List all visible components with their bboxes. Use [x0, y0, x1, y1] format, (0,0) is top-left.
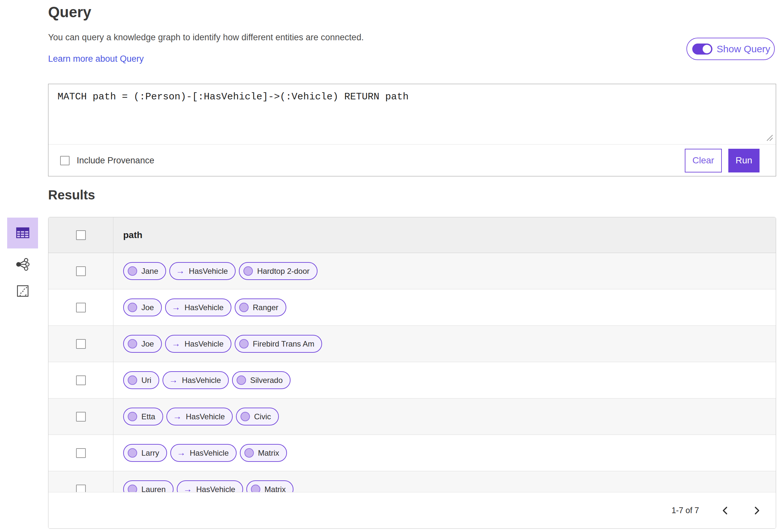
row-checkbox[interactable]	[76, 412, 86, 422]
entity-pill[interactable]: Larry	[123, 444, 167, 462]
table-view-icon	[15, 225, 30, 241]
link-chart-view-icon	[15, 257, 30, 272]
path-column-header-cell: path	[113, 217, 776, 253]
relationship-arrow-icon: →	[169, 376, 178, 384]
target-entity-pill[interactable]: Civic	[236, 408, 279, 425]
chevron-left-icon	[721, 506, 730, 516]
relationship-pill[interactable]: → HasVehicle	[177, 480, 243, 492]
entity-pill[interactable]: Uri	[123, 371, 159, 389]
relationship-label: HasVehicle	[185, 339, 224, 349]
row-checkbox-cell	[48, 435, 113, 471]
target-entity-pill[interactable]: Matrix	[240, 444, 287, 462]
entity-label: Joe	[141, 339, 154, 349]
target-entity-label: Silverado	[250, 376, 283, 385]
target-entity-pill[interactable]: Hardtop 2-door	[239, 262, 317, 280]
path-cell: Joe → HasVehicle Firebird Trans Am	[113, 326, 776, 362]
select-all-checkbox[interactable]	[76, 230, 86, 240]
path-cell: Uri → HasVehicle Silverado	[113, 362, 776, 398]
pagination-bar: 1-7 of 7	[48, 492, 776, 528]
link-chart-view-button[interactable]	[7, 254, 38, 275]
relationship-pill[interactable]: → HasVehicle	[166, 408, 233, 425]
table-row: Jane → HasVehicle Hardtop 2-door	[48, 253, 776, 289]
row-checkbox[interactable]	[76, 266, 86, 276]
entity-node-icon	[128, 339, 137, 349]
entity-pill[interactable]: Lauren	[123, 480, 174, 492]
toggle-knob	[703, 45, 711, 53]
row-checkbox-cell	[48, 326, 113, 362]
row-checkbox-cell	[48, 253, 113, 289]
relationship-arrow-icon: →	[183, 485, 192, 492]
learn-more-link[interactable]: Learn more about Query	[48, 54, 144, 64]
path-cell: Lauren → HasVehicle Matrix	[113, 471, 776, 492]
path-cell: Larry → HasVehicle Matrix	[113, 435, 776, 471]
row-checkbox[interactable]	[76, 303, 86, 312]
entity-label: Larry	[141, 448, 159, 458]
query-footer: Include Provenance Clear Run	[48, 145, 776, 176]
include-provenance-checkbox[interactable]	[60, 156, 69, 165]
entity-pill[interactable]: Joe	[123, 335, 162, 353]
target-entity-pill[interactable]: Ranger	[235, 299, 286, 316]
row-checkbox[interactable]	[76, 485, 86, 493]
results-view-switcher	[7, 218, 38, 302]
entity-node-icon	[244, 448, 254, 458]
entity-label: Lauren	[141, 485, 166, 493]
entity-label: Joe	[141, 303, 154, 312]
path-column-header: path	[123, 230, 142, 241]
relationship-arrow-icon: →	[172, 303, 180, 312]
relationship-label: HasVehicle	[190, 448, 229, 458]
map-view-icon	[16, 284, 29, 299]
relationship-pill[interactable]: → HasVehicle	[169, 262, 236, 280]
show-query-label: Show Query	[717, 44, 770, 55]
target-entity-pill[interactable]: Matrix	[246, 480, 293, 492]
relationship-pill[interactable]: → HasVehicle	[165, 335, 231, 353]
map-view-button[interactable]	[7, 281, 38, 302]
previous-page-button[interactable]	[721, 506, 730, 516]
target-entity-label: Matrix	[258, 448, 279, 458]
relationship-pill[interactable]: → HasVehicle	[162, 371, 229, 389]
entity-node-icon	[241, 412, 250, 421]
query-editor-panel: MATCH path = (:Person)-[:HasVehicle]->(:…	[48, 84, 776, 176]
relationship-label: HasVehicle	[196, 485, 235, 493]
results-title: Results	[48, 188, 95, 202]
relationship-arrow-icon: →	[173, 412, 182, 421]
target-entity-pill[interactable]: Silverado	[232, 371, 291, 389]
entity-label: Uri	[141, 376, 151, 385]
query-buttons: Clear Run	[685, 149, 760, 172]
entity-node-icon	[128, 448, 137, 458]
relationship-pill[interactable]: → HasVehicle	[170, 444, 237, 462]
query-input[interactable]: MATCH path = (:Person)-[:HasVehicle]->(:…	[48, 84, 776, 145]
entity-node-icon	[128, 303, 137, 312]
entity-node-icon	[239, 339, 249, 349]
header-checkbox-cell	[48, 217, 113, 253]
target-entity-pill[interactable]: Firebird Trans Am	[235, 335, 322, 353]
entity-pill[interactable]: Etta	[123, 408, 163, 425]
table-row: Larry → HasVehicle Matrix	[48, 435, 776, 471]
resize-grip-icon[interactable]	[764, 132, 774, 143]
relationship-pill[interactable]: → HasVehicle	[165, 299, 231, 316]
table-header-row: path	[48, 217, 776, 253]
relationship-label: HasVehicle	[189, 267, 228, 276]
entity-pill[interactable]: Joe	[123, 299, 162, 316]
run-button[interactable]: Run	[728, 149, 760, 172]
entity-node-icon	[243, 266, 253, 276]
clear-button[interactable]: Clear	[685, 149, 722, 172]
entity-node-icon	[128, 266, 137, 276]
results-rows: Jane → HasVehicle Hardtop 2-door Joe → H…	[48, 253, 776, 492]
table-view-button[interactable]	[7, 218, 38, 249]
row-checkbox[interactable]	[76, 448, 86, 458]
toggle-switch-icon[interactable]	[692, 44, 713, 55]
row-checkbox-cell	[48, 398, 113, 435]
entity-pill[interactable]: Jane	[123, 262, 166, 280]
row-checkbox-cell	[48, 362, 113, 398]
row-checkbox-cell	[48, 471, 113, 492]
next-page-button[interactable]	[752, 506, 762, 516]
row-checkbox[interactable]	[76, 339, 86, 349]
table-row: Uri → HasVehicle Silverado	[48, 362, 776, 398]
entity-node-icon	[239, 303, 249, 312]
table-row: Etta → HasVehicle Civic	[48, 398, 776, 435]
query-description: You can query a knowledge graph to ident…	[48, 33, 536, 43]
show-query-toggle[interactable]: Show Query	[686, 38, 775, 60]
row-checkbox[interactable]	[76, 375, 86, 385]
pagination-range-label: 1-7 of 7	[672, 506, 699, 515]
relationship-arrow-icon: →	[177, 448, 186, 457]
